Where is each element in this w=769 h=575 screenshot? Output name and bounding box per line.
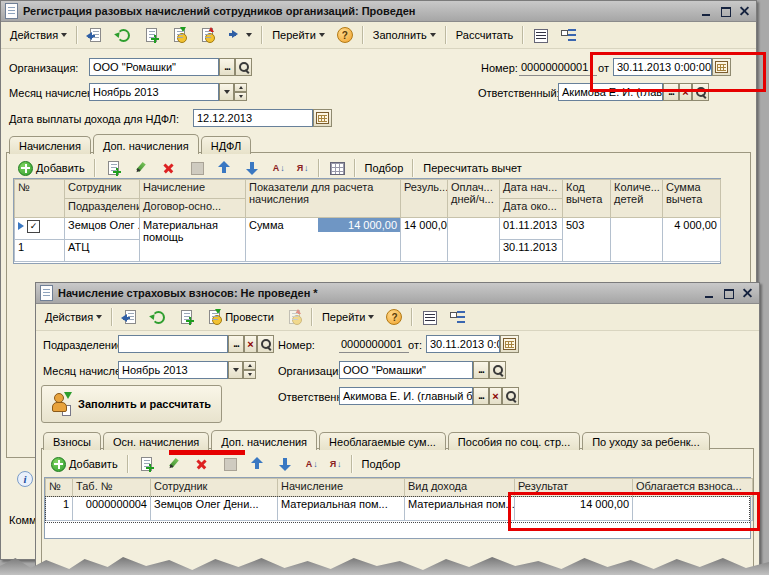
- cell-tab-num[interactable]: 0000000004: [73, 497, 151, 521]
- end-edit-button[interactable]: [184, 157, 210, 179]
- cell-accrual[interactable]: Материальная пом...: [278, 497, 405, 521]
- cell-date-start[interactable]: 01.11.2013: [500, 218, 563, 240]
- refresh-button[interactable]: [110, 24, 136, 46]
- move-up-button[interactable]: [212, 157, 238, 179]
- responsible-input[interactable]: Акимова Е. И. (главный бу: [339, 387, 473, 405]
- edit-row-button[interactable]: [128, 157, 154, 179]
- org-select-button[interactable]: ...: [219, 58, 235, 76]
- month-spinner[interactable]: [243, 361, 256, 379]
- post-button[interactable]: [166, 24, 192, 46]
- division-clear-button[interactable]: ×: [244, 335, 257, 353]
- org-input[interactable]: ООО "Ромашки": [89, 58, 219, 76]
- month-spinner[interactable]: [234, 83, 247, 101]
- fill-and-calculate-button[interactable]: Заполнить и рассчитать: [41, 385, 222, 423]
- month-combo[interactable]: Ноябрь 2013: [89, 83, 219, 101]
- cell-ded-code[interactable]: 503: [563, 218, 611, 262]
- cell-accrual[interactable]: Материальная помощь: [140, 218, 246, 262]
- sort-asc-button[interactable]: А↓: [301, 456, 323, 472]
- cell-employee[interactable]: Земцов Олег Дени...: [151, 497, 278, 521]
- responsible-clear-button[interactable]: ×: [489, 387, 502, 405]
- list-rows-button[interactable]: [417, 306, 443, 328]
- recalc-deduction-button[interactable]: Пересчитать вычет: [418, 159, 526, 177]
- date-calendar-button[interactable]: [500, 335, 519, 353]
- division-open-button[interactable]: [257, 335, 274, 353]
- cell-indicators[interactable]: Сумма14 000,00: [246, 218, 401, 262]
- output-button[interactable]: [222, 24, 257, 46]
- copy-row-button[interactable]: [100, 157, 126, 179]
- pick-button[interactable]: Подбор: [357, 455, 406, 473]
- save-button[interactable]: [82, 24, 108, 46]
- maximize-icon[interactable]: [721, 287, 736, 300]
- actions-menu[interactable]: Действия: [40, 308, 107, 326]
- number-value[interactable]: 0000000001: [339, 336, 409, 353]
- move-up-button[interactable]: [245, 453, 271, 475]
- responsible-clear-button[interactable]: ×: [679, 83, 692, 101]
- visibility-settings-button[interactable]: [556, 24, 582, 46]
- tab-osn-nachisleniya[interactable]: Осн. начисления: [103, 432, 209, 450]
- move-down-button[interactable]: [273, 453, 299, 475]
- responsible-select-button[interactable]: ...: [473, 387, 489, 405]
- responsible-open-button[interactable]: [502, 387, 519, 405]
- tab-neoblagaemye[interactable]: Необлагаемые сум...: [319, 432, 446, 450]
- delete-row-button[interactable]: [189, 453, 215, 475]
- cell-employee[interactable]: Земцов Олег ...: [65, 218, 140, 240]
- division-select-button[interactable]: ...: [228, 335, 244, 353]
- help-button[interactable]: ?: [381, 306, 407, 328]
- delete-row-button[interactable]: [156, 157, 182, 179]
- pick-button[interactable]: Подбор: [360, 159, 409, 177]
- cell-result[interactable]: 14 000,00: [401, 218, 448, 262]
- sort-desc-button[interactable]: Я↓: [325, 456, 347, 472]
- close-icon[interactable]: [740, 287, 755, 300]
- sort-desc-button[interactable]: Я↓: [292, 160, 314, 176]
- refresh-button[interactable]: [145, 306, 171, 328]
- org-open-button[interactable]: [489, 361, 506, 379]
- cell-children[interactable]: [611, 218, 663, 262]
- ndfl-date-input[interactable]: 12.12.2013: [193, 109, 313, 127]
- minimize-icon[interactable]: [699, 5, 714, 18]
- cell-division[interactable]: АТЦ: [65, 240, 140, 262]
- list-rows-button[interactable]: [528, 24, 554, 46]
- close-icon[interactable]: [737, 5, 752, 18]
- division-input[interactable]: [118, 335, 228, 353]
- date-calendar-button[interactable]: [712, 58, 731, 76]
- month-dropdown-button[interactable]: [219, 83, 234, 101]
- move-down-button[interactable]: [240, 157, 266, 179]
- cell-result[interactable]: 14 000,00: [515, 497, 633, 521]
- cell-taxable[interactable]: [633, 497, 753, 521]
- help-button[interactable]: ?: [332, 24, 358, 46]
- tab-nachisleniya[interactable]: Начисления: [9, 136, 91, 154]
- ndfl-calendar-button[interactable]: [313, 109, 332, 127]
- cell-ded-sum[interactable]: 4 000,00: [663, 218, 721, 262]
- grid-settings-button[interactable]: [324, 157, 350, 179]
- cell-paid-days[interactable]: [448, 218, 500, 262]
- number-value[interactable]: 00000000001: [519, 59, 597, 76]
- tab-posobiya[interactable]: Пособия по соц. стр...: [448, 432, 580, 450]
- cell-income-type[interactable]: Материальная пом...: [405, 497, 515, 521]
- visibility-settings-button[interactable]: [445, 306, 471, 328]
- maximize-icon[interactable]: [718, 5, 733, 18]
- indicator-value-selected-cell[interactable]: 14 000,00: [318, 218, 400, 232]
- org-input[interactable]: ООО "Ромашки": [339, 361, 473, 379]
- table-row[interactable]: 1 0000000004 Земцов Олег Дени... Материа…: [46, 497, 753, 521]
- tab-dop-nachisleniya[interactable]: Доп. начисления: [93, 134, 199, 154]
- goto-menu[interactable]: Перейти: [267, 26, 330, 44]
- edit-row-button[interactable]: [161, 453, 187, 475]
- tab-po-uhodu[interactable]: По уходу за ребенк...: [582, 432, 710, 450]
- responsible-open-button[interactable]: [692, 83, 709, 101]
- goto-menu[interactable]: Перейти: [317, 308, 380, 326]
- responsible-select-button[interactable]: ...: [663, 83, 679, 101]
- unpost-button[interactable]: [194, 24, 220, 46]
- post-button[interactable]: Провести: [201, 306, 279, 328]
- add-row-button[interactable]: Добавить: [46, 454, 123, 475]
- fill-menu[interactable]: Заполнить: [368, 26, 441, 44]
- month-combo[interactable]: Ноябрь 2013: [118, 361, 228, 379]
- tab-dop-nachisleniya[interactable]: Доп. начисления: [211, 430, 317, 450]
- end-edit-button[interactable]: [217, 453, 243, 475]
- actions-menu[interactable]: Действия: [5, 26, 72, 44]
- org-select-button[interactable]: ...: [473, 361, 489, 379]
- tab-ndfl[interactable]: НДФЛ: [201, 136, 251, 154]
- copy-button[interactable]: [173, 306, 199, 328]
- table-row[interactable]: ✓ Земцов Олег ... Материальная помощь Су…: [15, 218, 721, 240]
- date-input[interactable]: 30.11.2013 0:00:00: [613, 58, 712, 76]
- calculate-button[interactable]: Рассчитать: [451, 26, 518, 44]
